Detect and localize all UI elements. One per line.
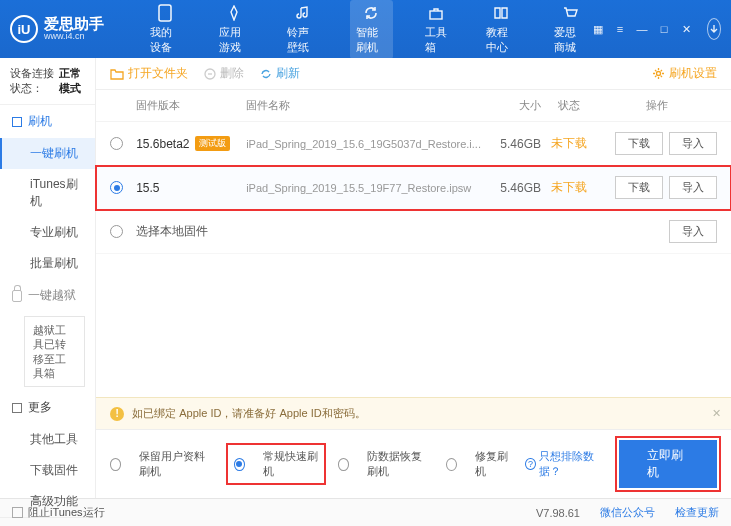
fw-filename: iPad_Spring_2019_15.6_19G5037d_Restore.i… [246,138,481,150]
th-status: 状态 [541,98,597,113]
sidebar-group-flash[interactable]: 刷机 [0,105,95,138]
app-version: V7.98.61 [536,507,580,519]
toolbar: 打开文件夹 删除 刷新 刷机设置 [96,58,731,90]
jailbreak-notice: 越狱工具已转移至工具箱 [24,316,85,387]
lock-icon [12,290,22,302]
app-name: 爱思助手 [44,16,104,33]
sidebar: 设备连接状态：正常模式 刷机 一键刷机 iTunes刷机 专业刷机 批量刷机 一… [0,58,96,498]
row-radio[interactable] [110,225,123,238]
toolbox-icon [427,4,445,22]
import-button[interactable]: 导入 [669,176,717,199]
firmware-row[interactable]: 15.6beta2测试版 iPad_Spring_2019_15.6_19G50… [96,122,731,166]
mode-anti-recovery[interactable]: 防数据恢复刷机 [338,449,432,479]
exclude-data-link[interactable]: ?只想排除数据？ [525,449,605,479]
sidebar-item-pro[interactable]: 专业刷机 [0,217,95,248]
th-name: 固件名称 [246,98,481,113]
window-controls: ▦ ≡ — □ ✕ [591,18,721,40]
app-url: www.i4.cn [44,32,104,42]
delete-button[interactable]: 删除 [204,65,244,82]
nav-apps[interactable]: 应用游戏 [213,0,256,59]
download-manager-icon[interactable] [707,18,721,40]
music-icon [294,4,312,22]
apps-icon [225,4,243,22]
fw-status: 未下载 [541,179,597,196]
sidebar-item-batch[interactable]: 批量刷机 [0,248,95,279]
close-notice-icon[interactable]: ✕ [712,407,721,420]
nav-my-device[interactable]: 我的设备 [144,0,187,59]
sidebar-group-jailbreak[interactable]: 一键越狱 [0,279,95,312]
beta-badge: 测试版 [195,136,230,151]
mode-normal[interactable]: 常规快速刷机 [228,445,324,483]
fw-filename: iPad_Spring_2019_15.5_19F77_Restore.ipsw [246,182,481,194]
flash-settings-button[interactable]: 刷机设置 [652,65,717,82]
nav-flash[interactable]: 智能刷机 [350,0,393,59]
cart-icon [561,4,579,22]
sidebar-item-oneclick[interactable]: 一键刷机 [0,138,95,169]
fw-size: 5.46GB [481,137,541,151]
nav-tutorial[interactable]: 教程中心 [480,0,523,59]
maximize-icon[interactable]: □ [657,23,671,35]
th-ops: 操作 [597,98,717,113]
flash-now-button[interactable]: 立即刷机 [619,440,717,488]
warning-icon: ! [110,407,124,421]
download-button[interactable]: 下载 [615,132,663,155]
sidebar-item-downloadfw[interactable]: 下载固件 [0,455,95,486]
refresh-button[interactable]: 刷新 [260,65,300,82]
firmware-row-selected[interactable]: 15.5 iPad_Spring_2019_15.5_19F77_Restore… [96,166,731,210]
fw-status: 未下载 [541,135,597,152]
logo-icon: iU [10,15,38,43]
app-logo: iU 爱思助手 www.i4.cn [10,15,104,43]
sidebar-item-other[interactable]: 其他工具 [0,424,95,455]
nav-ringtone[interactable]: 铃声壁纸 [281,0,324,59]
svg-rect-1 [430,11,442,19]
download-button[interactable]: 下载 [615,176,663,199]
square-icon [12,403,22,413]
mode-keep-data[interactable]: 保留用户资料刷机 [110,449,214,479]
local-firmware-label: 选择本地固件 [136,223,597,240]
main-panel: 打开文件夹 删除 刷新 刷机设置 固件版本 固件名称 大小 状态 操作 15.6… [96,58,731,498]
help-icon: ? [525,458,536,470]
close-icon[interactable]: ✕ [679,23,693,36]
sidebar-group-more[interactable]: 更多 [0,391,95,424]
table-header: 固件版本 固件名称 大小 状态 操作 [96,90,731,122]
local-firmware-row[interactable]: 选择本地固件 导入 [96,210,731,254]
status-bar: 阻止iTunes运行 V7.98.61 微信公众号 检查更新 [0,498,731,526]
fw-version: 15.6beta2 [136,137,189,151]
th-version: 固件版本 [136,98,246,113]
book-icon [492,4,510,22]
sidebar-item-itunes[interactable]: iTunes刷机 [0,169,95,217]
square-icon [12,117,22,127]
import-button[interactable]: 导入 [669,220,717,243]
nav-store[interactable]: 爱思商城 [548,0,591,59]
fw-version: 15.5 [136,181,159,195]
fw-size: 5.46GB [481,181,541,195]
block-itunes-checkbox[interactable]: 阻止iTunes运行 [12,505,105,520]
open-folder-button[interactable]: 打开文件夹 [110,65,188,82]
connection-status: 设备连接状态：正常模式 [0,58,95,105]
top-nav: 我的设备 应用游戏 铃声壁纸 智能刷机 工具箱 教程中心 爱思商城 [144,0,591,59]
th-size: 大小 [481,98,541,113]
row-radio[interactable] [110,181,123,194]
apple-id-notice: ! 如已绑定 Apple ID，请准备好 Apple ID和密码。 ✕ [96,397,731,429]
minimize-icon[interactable]: — [635,23,649,35]
svg-rect-0 [159,5,171,21]
wechat-link[interactable]: 微信公众号 [600,505,655,520]
settings-icon[interactable]: ≡ [613,23,627,35]
refresh-icon [362,4,380,22]
flash-mode-bar: 保留用户资料刷机 常规快速刷机 防数据恢复刷机 修复刷机 ?只想排除数据？ 立即… [96,429,731,498]
import-button[interactable]: 导入 [669,132,717,155]
row-radio[interactable] [110,137,123,150]
mode-repair[interactable]: 修复刷机 [446,449,511,479]
nav-toolbox[interactable]: 工具箱 [419,0,454,59]
phone-icon [156,4,174,22]
title-bar: iU 爱思助手 www.i4.cn 我的设备 应用游戏 铃声壁纸 智能刷机 工具… [0,0,731,58]
svg-point-3 [657,72,661,76]
notice-text: 如已绑定 Apple ID，请准备好 Apple ID和密码。 [132,406,366,421]
check-update-link[interactable]: 检查更新 [675,505,719,520]
menu-icon[interactable]: ▦ [591,23,605,36]
